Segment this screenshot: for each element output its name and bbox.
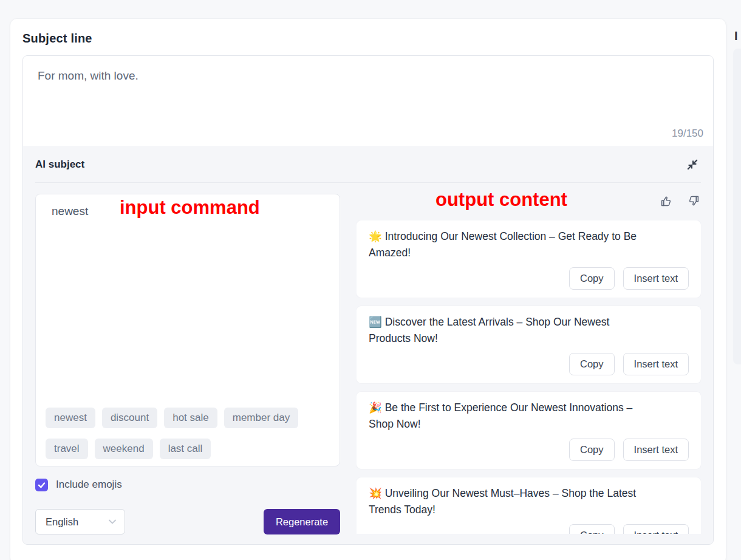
subject-suggestion-line: 🎉 Be the First to Experience Our Newest … — [369, 400, 689, 416]
ai-subject-header: AI subject — [23, 146, 713, 182]
output-card: 🆕 Discover the Latest Arrivals – Shop Ou… — [357, 306, 701, 383]
right-peek-panel — [733, 49, 741, 364]
prompt-input-box[interactable]: newest input command newest discount hot… — [35, 194, 340, 466]
output-cards-list: 🌟 Introducing Our Newest Collection – Ge… — [357, 220, 701, 534]
chip-newest[interactable]: newest — [46, 408, 95, 428]
chip-member-day[interactable]: member day — [224, 408, 298, 428]
page-title: Subject line — [22, 32, 726, 46]
card-actions: Copy Insert text — [369, 353, 689, 375]
card-actions: Copy Insert text — [369, 267, 689, 290]
annotation-input-command: input command — [120, 197, 260, 219]
language-select[interactable]: English — [35, 509, 125, 534]
copy-button[interactable]: Copy — [569, 524, 615, 534]
chip-discount[interactable]: discount — [102, 408, 157, 428]
output-card: 🎉 Be the First to Experience Our Newest … — [357, 392, 701, 469]
subject-suggestion-line: Products Now! — [369, 330, 689, 347]
output-card: 🌟 Introducing Our Newest Collection – Ge… — [357, 220, 701, 298]
checkmark-icon — [37, 480, 46, 490]
subject-suggestion-line: 🆕 Discover the Latest Arrivals – Shop Ou… — [369, 314, 689, 330]
right-peek-text: I — [734, 29, 738, 43]
char-counter: 19/150 — [672, 128, 703, 140]
subject-suggestion-line: 🌟 Introducing Our Newest Collection – Ge… — [369, 228, 689, 245]
include-emojis-checkbox[interactable] — [35, 479, 48, 491]
copy-button[interactable]: Copy — [569, 353, 615, 375]
controls-row: English Regenerate — [35, 509, 340, 534]
thumbs-down-icon[interactable] — [688, 195, 700, 207]
suggestion-chips: newest discount hot sale member day trav… — [46, 408, 332, 459]
subject-suggestion-line: 💥 Unveiling Our Newest Must–Haves – Shop… — [369, 485, 689, 502]
output-header: output content — [357, 191, 701, 213]
subject-widget: For mom, with love. 19/150 AI subject — [22, 55, 714, 545]
regenerate-button[interactable]: Regenerate — [264, 509, 340, 534]
include-emojis-row: Include emojis — [35, 478, 340, 491]
ai-subject-section: AI subject newest input command — [23, 146, 713, 544]
subject-suggestion-line: Amazed! — [369, 245, 689, 261]
ai-body: newest input command newest discount hot… — [23, 183, 713, 544]
annotation-output-content: output content — [435, 189, 567, 211]
chip-last-call[interactable]: last call — [160, 439, 211, 459]
subject-line-card: Subject line For mom, with love. 19/150 … — [10, 18, 726, 560]
insert-text-button[interactable]: Insert text — [623, 439, 689, 461]
output-column: output content — [357, 191, 701, 544]
include-emojis-label: Include emojis — [56, 479, 122, 491]
output-card: 💥 Unveiling Our Newest Must–Haves – Shop… — [357, 477, 701, 534]
language-selected-value: English — [46, 516, 78, 528]
subject-suggestion-line: Trends Today! — [369, 502, 689, 518]
collapse-icon[interactable] — [685, 157, 700, 172]
input-column: newest input command newest discount hot… — [35, 191, 340, 544]
chip-travel[interactable]: travel — [46, 439, 88, 459]
subject-input[interactable]: For mom, with love. — [23, 56, 713, 123]
feedback-icons — [660, 195, 700, 207]
insert-text-button[interactable]: Insert text — [623, 353, 689, 375]
copy-button[interactable]: Copy — [569, 267, 615, 290]
thumbs-up-icon[interactable] — [660, 195, 672, 207]
chip-weekend[interactable]: weekend — [95, 439, 153, 459]
copy-button[interactable]: Copy — [569, 439, 615, 461]
chip-hot-sale[interactable]: hot sale — [164, 408, 217, 428]
subject-textarea-wrap: For mom, with love. 19/150 — [23, 56, 713, 146]
card-actions: Copy Insert text — [369, 439, 689, 461]
chevron-down-icon — [109, 519, 116, 524]
insert-text-button[interactable]: Insert text — [623, 524, 689, 534]
ai-subject-title: AI subject — [35, 159, 84, 171]
card-actions: Copy Insert text — [369, 524, 689, 534]
insert-text-button[interactable]: Insert text — [623, 267, 689, 290]
subject-suggestion-line: Shop Now! — [369, 416, 689, 432]
